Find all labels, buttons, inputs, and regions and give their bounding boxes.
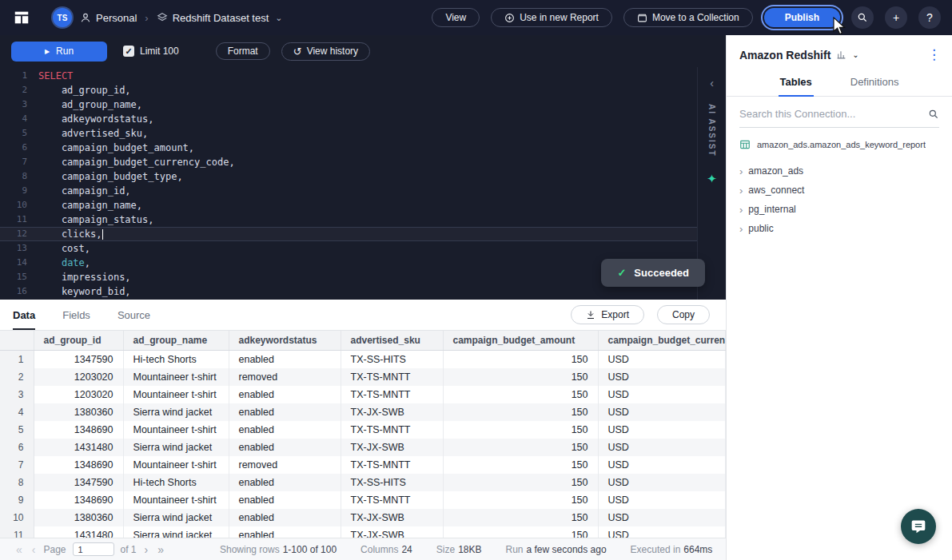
code-line[interactable]: 2 ad_group_id, bbox=[0, 83, 697, 97]
table-cell[interactable]: Sierra wind jacket bbox=[123, 509, 229, 526]
table-cell[interactable]: TX-TS-MNTT bbox=[341, 386, 443, 403]
connection-menu-button[interactable]: ⋮ bbox=[927, 48, 941, 62]
table-cell[interactable]: Mountaineer t-shirt bbox=[123, 368, 229, 386]
table-cell[interactable]: TX-JX-SWB bbox=[341, 526, 443, 538]
table-cell[interactable]: enabled bbox=[229, 526, 341, 538]
table-cell[interactable]: Sierra wind jacket bbox=[123, 403, 229, 421]
table-cell[interactable]: USD bbox=[598, 509, 726, 526]
column-header[interactable]: ad_group_name bbox=[123, 331, 229, 351]
table-cell[interactable]: 1347590 bbox=[34, 351, 123, 368]
table-cell[interactable]: 150 bbox=[443, 474, 598, 491]
code-line[interactable]: 8 campaign_budget_type, bbox=[0, 169, 697, 184]
breadcrumb-workspace[interactable]: Personal bbox=[80, 12, 137, 24]
column-header[interactable]: ad_group_id bbox=[34, 331, 123, 351]
table-cell[interactable]: Hi-tech Shorts bbox=[123, 474, 229, 491]
code-line[interactable]: 9 campaign_id, bbox=[0, 184, 697, 198]
table-cell[interactable]: 150 bbox=[443, 403, 598, 421]
table-cell[interactable]: USD bbox=[598, 421, 726, 439]
table-cell[interactable]: enabled bbox=[229, 509, 341, 526]
table-cell[interactable]: 150 bbox=[443, 368, 598, 386]
row-number[interactable]: 9 bbox=[0, 491, 34, 509]
copy-button[interactable]: Copy bbox=[657, 305, 710, 324]
table-cell[interactable]: USD bbox=[598, 456, 726, 474]
table-cell[interactable]: enabled bbox=[229, 491, 341, 509]
code-line[interactable]: 10 campaign_name, bbox=[0, 198, 697, 212]
last-page-button[interactable]: » bbox=[153, 543, 169, 556]
table-cell[interactable]: USD bbox=[598, 351, 726, 368]
table-cell[interactable]: USD bbox=[598, 368, 726, 386]
table-cell[interactable]: removed bbox=[229, 456, 341, 474]
column-header[interactable]: advertised_sku bbox=[341, 331, 443, 351]
code-line[interactable]: 12 clicks, bbox=[0, 227, 697, 241]
table-cell[interactable]: TX-TS-MNTT bbox=[341, 456, 443, 474]
tab-tables[interactable]: Tables bbox=[779, 70, 814, 97]
tab-definitions[interactable]: Definitions bbox=[849, 70, 901, 97]
table-cell[interactable]: USD bbox=[598, 439, 726, 456]
table-cell[interactable]: Mountaineer t-shirt bbox=[123, 456, 229, 474]
limit-checkbox[interactable]: ✓ bbox=[123, 46, 134, 57]
app-logo[interactable] bbox=[11, 7, 32, 28]
limit-checkbox-group[interactable]: ✓ Limit 100 bbox=[123, 46, 179, 57]
code-line[interactable]: 14 date, bbox=[0, 256, 697, 270]
table-cell[interactable]: Hi-tech Shorts bbox=[123, 351, 229, 368]
code-line[interactable]: 6 campaign_budget_amount, bbox=[0, 141, 697, 155]
schema-item-amazon_ads[interactable]: ›amazon_ads bbox=[736, 161, 942, 181]
table-cell[interactable]: USD bbox=[598, 526, 726, 538]
collapse-panel-button[interactable]: ‹ bbox=[710, 77, 714, 89]
search-button[interactable] bbox=[851, 6, 874, 29]
row-number[interactable]: 7 bbox=[0, 456, 34, 474]
table-cell[interactable]: 1348690 bbox=[34, 491, 123, 509]
row-number[interactable]: 6 bbox=[0, 439, 34, 456]
row-number[interactable]: 10 bbox=[0, 509, 34, 526]
table-cell[interactable]: 1203020 bbox=[34, 386, 123, 403]
table-cell[interactable]: Mountaineer t-shirt bbox=[123, 421, 229, 439]
table-cell[interactable]: 1348690 bbox=[34, 421, 123, 439]
code-line[interactable]: 16 keyword_bid, bbox=[0, 284, 697, 299]
create-new-button[interactable]: + bbox=[885, 6, 907, 29]
table-cell[interactable]: TX-SS-HITS bbox=[341, 351, 443, 368]
format-button[interactable]: Format bbox=[216, 42, 270, 60]
table-cell[interactable]: USD bbox=[598, 491, 726, 509]
code-line[interactable]: 3 ad_group_name, bbox=[0, 97, 697, 112]
table-cell[interactable]: TX-TS-MNTT bbox=[341, 491, 443, 509]
run-button[interactable]: ▶ Run bbox=[11, 42, 107, 62]
connection-search[interactable] bbox=[739, 108, 939, 128]
table-cell[interactable]: TX-JX-SWB bbox=[341, 509, 443, 526]
table-cell[interactable]: USD bbox=[598, 474, 726, 491]
code-line[interactable]: 4 adkeywordstatus, bbox=[0, 112, 697, 126]
code-line[interactable]: 7 campaign_budget_currency_code, bbox=[0, 155, 697, 169]
code-line[interactable]: 13 cost, bbox=[0, 241, 697, 256]
code-line[interactable]: 1SELECT bbox=[0, 69, 697, 83]
help-button[interactable]: ? bbox=[918, 6, 941, 29]
first-page-button[interactable]: « bbox=[11, 543, 27, 556]
table-cell[interactable]: removed bbox=[229, 368, 341, 386]
table-cell[interactable]: 150 bbox=[443, 456, 598, 474]
table-cell[interactable]: enabled bbox=[229, 403, 341, 421]
table-cell[interactable]: TX-TS-MNTT bbox=[341, 421, 443, 439]
table-cell[interactable]: TX-SS-HITS bbox=[341, 474, 443, 491]
table-cell[interactable]: enabled bbox=[229, 386, 341, 403]
table-cell[interactable]: Sierra wind jacket bbox=[123, 526, 229, 538]
table-cell[interactable]: 1203020 bbox=[34, 368, 123, 386]
row-number[interactable]: 3 bbox=[0, 386, 34, 403]
table-cell[interactable]: USD bbox=[598, 386, 726, 403]
connection-name[interactable]: Amazon Redshift bbox=[739, 49, 831, 62]
use-in-report-button[interactable]: Use in new Report bbox=[491, 8, 612, 27]
column-header[interactable]: campaign_budget_curren bbox=[598, 331, 726, 351]
table-cell[interactable]: Mountaineer t-shirt bbox=[123, 386, 229, 403]
table-cell[interactable]: enabled bbox=[229, 351, 341, 368]
table-cell[interactable]: 1380360 bbox=[34, 509, 123, 526]
table-cell[interactable]: TX-JX-SWB bbox=[341, 439, 443, 456]
tab-fields[interactable]: Fields bbox=[62, 300, 90, 330]
table-cell[interactable]: Sierra wind jacket bbox=[123, 439, 229, 456]
chevron-down-icon[interactable]: ⌄ bbox=[275, 13, 282, 23]
code-line[interactable]: 11 campaign_status, bbox=[0, 212, 697, 227]
connection-search-input[interactable] bbox=[739, 108, 922, 120]
schema-item-pg_internal[interactable]: ›pg_internal bbox=[736, 200, 942, 219]
move-to-collection-button[interactable]: Move to a Collection bbox=[623, 8, 753, 27]
table-cell[interactable]: 1347590 bbox=[34, 474, 123, 491]
table-cell[interactable]: 150 bbox=[443, 386, 598, 403]
tab-source[interactable]: Source bbox=[118, 300, 150, 330]
publish-button[interactable]: Publish bbox=[764, 8, 840, 27]
prev-page-button[interactable]: ‹ bbox=[27, 543, 41, 556]
